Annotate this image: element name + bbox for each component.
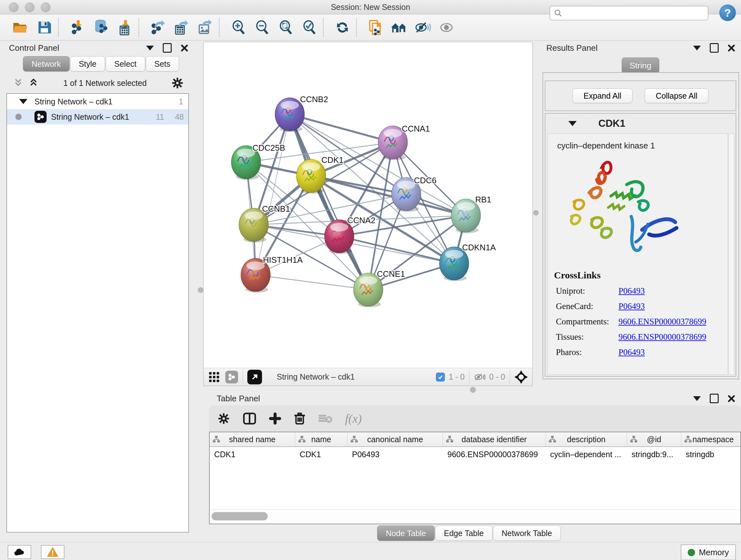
collapse-all-button[interactable]: Collapse All <box>645 88 709 103</box>
crosslink-value[interactable]: 9606.ENSP00000378699 <box>618 317 706 327</box>
table-hscrollbar[interactable] <box>210 509 740 523</box>
panel-float-icon[interactable] <box>693 396 701 401</box>
zoom-fit-button[interactable] <box>274 17 297 37</box>
refresh-button[interactable] <box>331 17 354 37</box>
crosslink-value[interactable]: P06493 <box>618 301 645 311</box>
panel-float-icon[interactable] <box>693 46 701 51</box>
selected-checkbox-icon[interactable] <box>436 373 445 381</box>
zoom-selected-button[interactable] <box>297 17 321 37</box>
birds-eye-grid-icon[interactable] <box>208 371 220 383</box>
export-table-button[interactable] <box>170 17 193 37</box>
delete-columns-trash-icon[interactable] <box>294 412 306 425</box>
node-CCNB2[interactable]: CCNB2 <box>275 95 328 132</box>
cell[interactable]: 9606.ENSP00000378699 <box>443 450 546 459</box>
network-collection-row[interactable]: String Network – cdk1 1 <box>7 94 188 109</box>
tree-expander-icon[interactable] <box>19 99 27 104</box>
edge-CCNA2-CDKN1A[interactable] <box>339 236 454 263</box>
panel-maximize-icon[interactable] <box>710 43 719 53</box>
hide-selected-button[interactable] <box>411 17 434 37</box>
edge-HIST1H1A-CCNE1[interactable] <box>256 275 368 290</box>
tab-network[interactable]: Network <box>23 56 70 71</box>
tab-edge-table[interactable]: Edge Table <box>435 525 492 541</box>
cell[interactable]: CDK1 <box>210 450 295 459</box>
network-canvas[interactable]: CCNB2CCNA1CDC25BCDK1CDC6RB1CCNB1CCNA2CDK… <box>203 42 533 386</box>
create-column-plus-icon[interactable] <box>269 413 281 425</box>
tab-network-table[interactable]: Network Table <box>493 525 561 541</box>
column-header-shared-name[interactable]: shared name <box>210 432 295 446</box>
table-tabs: Node TableEdge TableNetwork Table <box>377 525 561 541</box>
panel-maximize-icon[interactable] <box>163 43 172 53</box>
cell[interactable]: cyclin–dependent ... <box>546 450 627 459</box>
column-header-canonical-name[interactable]: canonical name <box>347 432 443 446</box>
panel-close-icon[interactable] <box>728 44 735 52</box>
node-table[interactable]: shared namenamecanonical namedatabase id… <box>209 432 741 524</box>
show-columns-icon[interactable] <box>243 412 256 425</box>
expand-all-button[interactable]: Expand All <box>572 88 632 103</box>
tab-sets[interactable]: Sets <box>146 56 179 71</box>
network-options-gear-icon[interactable] <box>171 77 184 89</box>
collapse-all-chevrons-icon[interactable] <box>28 78 39 88</box>
search-box[interactable] <box>549 6 709 20</box>
section-collapse-icon[interactable] <box>568 121 577 126</box>
node-CDKN1A[interactable]: CDKN1A <box>440 243 496 281</box>
crosslink-value[interactable]: P06493 <box>618 286 645 296</box>
cell[interactable]: stringdb <box>681 450 741 459</box>
cloud-status-button[interactable] <box>8 545 31 559</box>
column-header-description[interactable]: description <box>546 432 627 446</box>
crosslink-value[interactable]: 9606.ENSP00000378699 <box>618 332 706 342</box>
import-table-button[interactable] <box>113 17 137 37</box>
cell[interactable]: stringdb:9... <box>627 450 681 459</box>
column-header-database-identifier[interactable]: database identifier <box>443 432 546 446</box>
network-share-icon[interactable] <box>225 371 238 383</box>
zoom-in-button[interactable] <box>226 17 250 37</box>
hscrollbar-thumb[interactable] <box>212 512 268 520</box>
node-CCNE1[interactable]: CCNE1 <box>354 269 405 307</box>
column-header--id[interactable]: @id <box>627 432 681 446</box>
tab-select[interactable]: Select <box>106 56 145 71</box>
export-image-button[interactable] <box>193 17 217 37</box>
home-button[interactable] <box>387 17 411 37</box>
cell[interactable]: CDK1 <box>295 450 347 459</box>
panel-close-icon[interactable] <box>181 44 188 52</box>
warnings-button[interactable] <box>41 545 64 559</box>
help-button[interactable]: ? <box>719 4 736 21</box>
cell[interactable]: P06493 <box>347 450 443 459</box>
import-database-button[interactable] <box>89 17 113 37</box>
network-graph[interactable]: CCNB2CCNA1CDC25BCDK1CDC6RB1CCNB1CCNA2CDK… <box>204 42 532 368</box>
panel-float-icon[interactable] <box>146 46 154 51</box>
crosslink-label: Tissues: <box>556 332 618 342</box>
node-RB1[interactable]: RB1 <box>451 195 491 233</box>
save-session-button[interactable] <box>32 17 56 37</box>
table-options-gear-icon[interactable] <box>217 412 230 425</box>
network-row-selected[interactable]: String Network – cdk1 11 48 <box>7 109 188 125</box>
right-splitter-grip[interactable] <box>533 210 539 215</box>
tab-node-table[interactable]: Node Table <box>377 525 434 541</box>
network-view-toolbar: String Network – cdk1 1 - 0 0 - 0 <box>204 368 532 386</box>
search-input[interactable] <box>565 8 704 18</box>
crosslink-value[interactable]: P06493 <box>618 348 645 357</box>
column-header-namespace[interactable]: namespace <box>681 432 741 446</box>
expand-all-chevrons-icon[interactable] <box>13 78 23 88</box>
node-HIST1H1A[interactable]: HIST1H1A <box>241 255 303 293</box>
panel-close-icon[interactable] <box>728 395 735 402</box>
tab-string[interactable]: String <box>622 57 659 73</box>
zoom-out-button[interactable] <box>250 17 274 37</box>
node-CCNA1[interactable]: CCNA1 <box>378 124 430 160</box>
show-all-button[interactable] <box>434 17 458 37</box>
results-scrollbar[interactable] <box>729 133 734 375</box>
tab-style[interactable]: Style <box>70 56 105 71</box>
open-session-button[interactable] <box>9 17 32 37</box>
panel-maximize-icon[interactable] <box>710 394 719 403</box>
protein-structure-image <box>564 154 685 264</box>
open-in-window-icon[interactable] <box>247 370 262 384</box>
export-network-button[interactable] <box>146 17 170 37</box>
node-CDK1[interactable]: CDK1 <box>296 155 343 193</box>
table-row[interactable]: CDK1CDK1P064939606.ENSP00000378699cyclin… <box>210 447 740 462</box>
left-splitter-grip[interactable] <box>198 287 203 293</box>
column-header-name[interactable]: name <box>295 432 347 446</box>
import-network-button[interactable] <box>66 17 89 37</box>
edge-CCNB2-HIST1H1A[interactable] <box>256 114 290 275</box>
fit-selected-crosshair-icon[interactable] <box>515 370 528 384</box>
clone-network-button[interactable] <box>364 17 387 37</box>
memory-button[interactable]: Memory <box>681 544 736 560</box>
